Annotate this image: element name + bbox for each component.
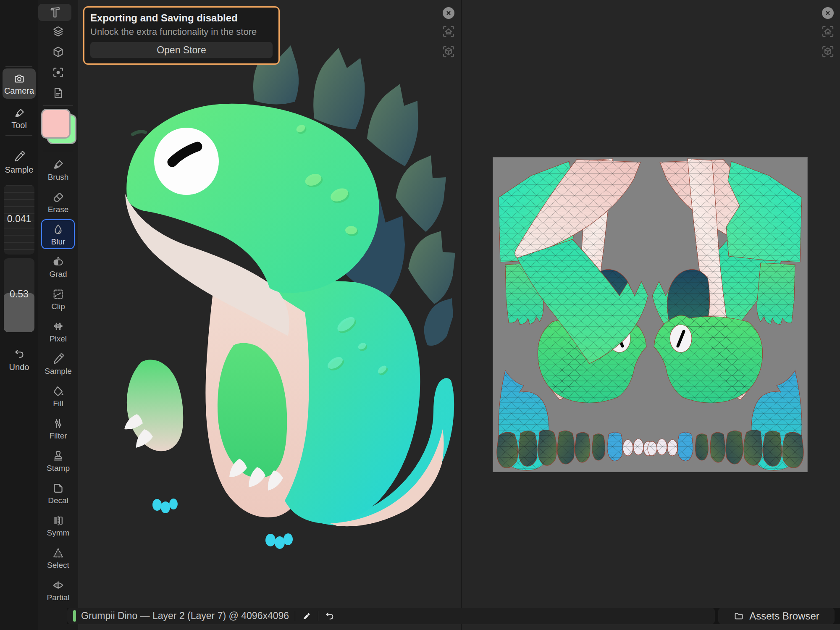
tool-brush[interactable]: Brush: [38, 153, 78, 186]
status-bar: Grumpii Dino — Layer 2 (Layer 7) @ 4096x…: [67, 608, 840, 624]
sample-label: Sample: [5, 165, 34, 174]
close-viewport-button[interactable]: [822, 7, 834, 19]
symm-icon: [52, 514, 65, 527]
tool-blur[interactable]: Blur: [38, 218, 78, 250]
tool-symm[interactable]: Symm: [38, 509, 78, 541]
viewport-uv[interactable]: .uvb use{stroke:rgba(150,62,48,.9);strok…: [462, 0, 840, 630]
brush-size-slider[interactable]: 0.041: [4, 185, 34, 255]
mode-rail: Camera Tool Sample 0.041 0.53 Undo: [0, 0, 38, 630]
tool-partial[interactable]: Partial: [38, 574, 78, 606]
tool-fill[interactable]: Fill: [38, 380, 78, 412]
decal-icon: [52, 482, 65, 495]
tool-filter[interactable]: Filter: [38, 412, 78, 444]
tool-label: Fill: [53, 399, 63, 407]
tool-label: Erase: [48, 205, 69, 213]
tool-label: Blur: [51, 238, 66, 246]
home-view-button[interactable]: [820, 24, 835, 39]
frame-model-button[interactable]: [820, 44, 835, 59]
camera-icon: [15, 75, 23, 82]
tool-pixel[interactable]: Pixel: [38, 315, 78, 347]
tool-clip[interactable]: Clip: [38, 283, 78, 315]
cube-icon[interactable]: [38, 42, 78, 62]
tool-select[interactable]: Select: [38, 541, 78, 574]
dino-arm-back: [124, 360, 183, 451]
stamp-icon: [52, 449, 65, 462]
home-view-button[interactable]: [441, 24, 456, 39]
pixel-icon: [52, 320, 65, 333]
close-viewport-button[interactable]: [443, 7, 454, 19]
tool-label: Sample: [45, 367, 71, 375]
layers-icon[interactable]: [38, 21, 78, 42]
active-layer-indicator: [73, 610, 76, 622]
viewport-3d[interactable]: Exporting and Saving disabled Unlock the…: [78, 0, 461, 630]
focus-icon[interactable]: [38, 62, 78, 83]
tool-grad[interactable]: Grad: [38, 250, 78, 283]
tool-label: Brush: [48, 173, 69, 181]
pen-icon: [304, 613, 310, 619]
brush-icon: [15, 109, 23, 117]
dino-brow: [133, 131, 145, 134]
camera-mode-label: Camera: [4, 87, 34, 95]
document-status-pill[interactable]: Grumpii Dino — Layer 2 (Layer 7) @ 4096x…: [67, 608, 715, 624]
text-tool-icon[interactable]: [38, 4, 71, 21]
tool-stamp[interactable]: Stamp: [38, 444, 78, 477]
home-icon: [825, 29, 831, 34]
cube-icon: [446, 48, 452, 55]
open-store-button[interactable]: Open Store: [90, 42, 273, 58]
tool-label: Clip: [51, 302, 65, 310]
store-banner: Exporting and Saving disabled Unlock the…: [83, 6, 280, 65]
home-icon: [446, 29, 452, 34]
undo-button[interactable]: [324, 611, 335, 622]
document-icon[interactable]: [38, 83, 78, 103]
tool-sample[interactable]: Sample: [38, 347, 78, 380]
assets-browser-button[interactable]: Assets Browser: [718, 608, 835, 624]
brush-opacity-value: 0.53: [4, 289, 34, 300]
document-title: Grumpii Dino — Layer 2 (Layer 7) @ 4096x…: [81, 610, 289, 622]
camera-mode-button[interactable]: Camera: [3, 68, 36, 99]
divider: [295, 611, 295, 621]
brush-size-value: 0.041: [4, 213, 34, 225]
tool-label: Filter: [49, 432, 67, 440]
sample-button[interactable]: Sample: [0, 150, 38, 174]
partial-icon: [52, 579, 65, 592]
undo-button[interactable]: Undo: [0, 348, 38, 371]
undo-icon: [16, 350, 23, 357]
undo-icon: [327, 613, 333, 619]
tool-label: Pixel: [50, 335, 67, 343]
tool-decal[interactable]: Decal: [38, 477, 78, 509]
clip-icon: [52, 288, 65, 301]
close-icon: [827, 12, 830, 15]
viewport-controls: [441, 7, 456, 59]
color-swatch[interactable]: [38, 108, 78, 149]
tool-label: Select: [47, 561, 69, 569]
assets-browser-label: Assets Browser: [749, 610, 819, 622]
eyedropper-icon: [15, 152, 24, 161]
tool-erase[interactable]: Erase: [38, 186, 78, 218]
sample-icon: [52, 352, 65, 365]
tool-label: Partial: [47, 593, 70, 601]
dino-3d-model[interactable]: [78, 0, 461, 630]
divider: [43, 151, 73, 151]
dino-eye: [154, 128, 219, 195]
divider: [5, 66, 32, 67]
grad-icon: [52, 255, 65, 268]
frame-model-button[interactable]: [441, 44, 456, 59]
select-icon: [52, 546, 65, 559]
divider: [5, 135, 32, 136]
brush-opacity-slider[interactable]: 0.53: [4, 258, 34, 332]
close-icon: [447, 12, 450, 15]
filter-icon: [52, 417, 65, 430]
tool-label: Symm: [47, 529, 70, 537]
banner-subtitle: Unlock the extra functionality in the st…: [90, 26, 273, 37]
tool-mode-button[interactable]: Tool: [3, 103, 36, 133]
folder-icon: [733, 611, 744, 622]
undo-label: Undo: [9, 363, 29, 371]
primary-color-swatch[interactable]: [41, 109, 71, 139]
viewport-controls: [820, 7, 835, 59]
edit-layer-button[interactable]: [301, 611, 312, 622]
divider: [43, 105, 73, 106]
uv-texture-map[interactable]: .uvb use{stroke:rgba(150,62,48,.9);strok…: [493, 157, 808, 472]
app-window: Camera Tool Sample 0.041 0.53 Undo: [0, 0, 840, 630]
tool-label: Grad: [49, 270, 67, 278]
tool-list: BrushEraseBlurGradClipPixelSampleFillFil…: [38, 153, 78, 606]
